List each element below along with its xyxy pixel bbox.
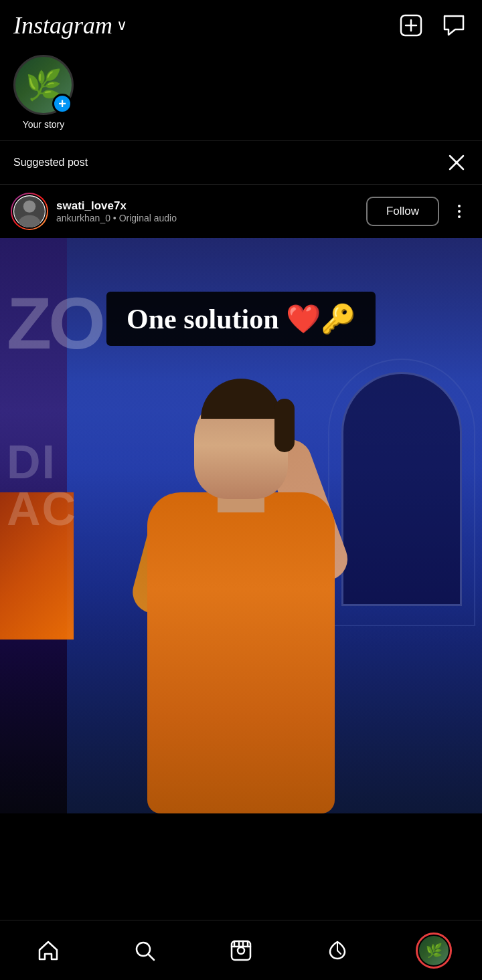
home-icon	[35, 938, 61, 963]
direct-message-button[interactable]	[439, 11, 469, 40]
person-head	[194, 392, 288, 499]
more-options-button[interactable]	[447, 199, 471, 223]
nav-profile[interactable]: 🌿	[386, 920, 482, 980]
post-username[interactable]: swati_love7x	[56, 199, 358, 213]
your-story-item[interactable]: 🌿 + Your story	[13, 55, 74, 130]
nav-reels[interactable]	[193, 920, 289, 980]
svg-point-9	[458, 205, 461, 207]
header-actions	[396, 11, 469, 40]
person-hair-side	[274, 399, 295, 452]
nav-home[interactable]	[0, 920, 96, 980]
person-hair-top	[201, 379, 281, 419]
stories-section: 🌿 + Your story	[0, 48, 482, 141]
story-avatar-wrap: 🌿 +	[13, 55, 74, 115]
banner-text: One solution ❤️🔑	[127, 302, 355, 335]
nav-activity[interactable]	[289, 920, 386, 980]
logo-text: Instagram	[13, 11, 112, 39]
bottom-navigation: 🌿	[0, 920, 482, 980]
reels-icon	[228, 938, 254, 963]
post-container: swati_love7x ankurkhan_0 • Original audi…	[0, 185, 482, 813]
profile-plant-emoji: 🌿	[426, 943, 443, 959]
svg-line-13	[149, 955, 154, 960]
person-body	[147, 492, 335, 813]
post-header: swati_love7x ankurkhan_0 • Original audi…	[0, 185, 482, 238]
post-avatar-inner	[12, 194, 47, 229]
instagram-logo[interactable]: Instagram ∨	[13, 11, 127, 39]
profile-avatar: 🌿	[419, 936, 449, 965]
logo-chevron[interactable]: ∨	[116, 17, 127, 34]
svg-point-10	[458, 210, 461, 213]
post-audio[interactable]: ankurkhan_0 • Original audio	[56, 213, 358, 223]
building-text-zo: ZO	[7, 292, 102, 355]
add-post-button[interactable]	[396, 11, 426, 40]
activity-icon	[325, 938, 350, 963]
search-icon	[132, 938, 157, 963]
app-header: Instagram ∨	[0, 0, 482, 48]
svg-point-15	[238, 947, 244, 954]
add-story-badge[interactable]: +	[52, 94, 72, 114]
follow-button[interactable]: Follow	[366, 197, 439, 226]
building-text-diac: DI AC	[7, 439, 77, 532]
svg-marker-3	[445, 16, 463, 35]
story-label: Your story	[23, 119, 65, 130]
post-info: swati_love7x ankurkhan_0 • Original audi…	[56, 199, 358, 223]
svg-point-12	[137, 943, 150, 956]
profile-avatar-border: 🌿	[416, 933, 452, 969]
suggested-label: Suggested post	[13, 157, 88, 169]
svg-point-11	[458, 215, 461, 218]
post-image[interactable]: ZO DI AC	[0, 238, 482, 813]
nav-search[interactable]	[96, 920, 193, 980]
post-avatar[interactable]	[11, 193, 48, 230]
close-suggested-button[interactable]	[445, 151, 469, 175]
person-figure	[107, 305, 375, 813]
suggested-bar: Suggested post	[0, 141, 482, 185]
text-banner: One solution ❤️🔑	[106, 292, 376, 346]
svg-point-7	[23, 200, 35, 212]
